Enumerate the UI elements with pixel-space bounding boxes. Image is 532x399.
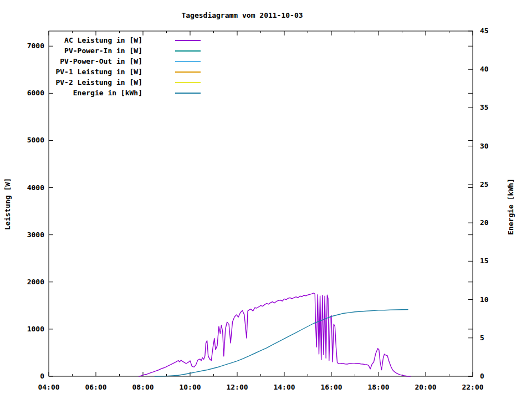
y-right-axis-label: Energie [kWh] — [507, 162, 515, 251]
y-left-tick-label: 7000 — [27, 42, 44, 50]
y-left-tick-label: 6000 — [27, 89, 44, 97]
y-right-tick-label: 15 — [480, 257, 489, 265]
x-tick-label: 22:00 — [462, 383, 483, 391]
y-left-tick-label: 5000 — [27, 136, 44, 144]
x-tick-label: 12:00 — [226, 383, 248, 391]
y-right-tick-label: 25 — [480, 180, 489, 188]
legend-label: Energie in [kWh] — [73, 89, 142, 97]
y-right-tick-label: 10 — [480, 295, 489, 304]
x-tick-label: 08:00 — [132, 383, 154, 391]
y-right-tick-label: 0 — [480, 372, 484, 380]
y-left-tick-label: 1000 — [27, 325, 44, 333]
y-right-tick-label: 20 — [480, 218, 489, 227]
legend-label: AC Leistung in [W] — [64, 36, 142, 44]
x-tick-label: 14:00 — [273, 383, 295, 391]
chart: Tagesdiagramm vom 2011-10-03 Leistung [W… — [0, 0, 532, 399]
x-tick-label: 20:00 — [415, 383, 436, 391]
y-left-axis-label: Leistung [W] — [3, 160, 12, 248]
y-right-tick-label: 30 — [480, 142, 489, 150]
series-line — [139, 293, 411, 376]
chart-title: Tagesdiagramm vom 2011-10-03 — [0, 11, 484, 19]
y-left-tick-label: 4000 — [27, 183, 44, 192]
legend-label: PV-2 Leistung in [W] — [55, 78, 142, 86]
y-right-tick-label: 5 — [480, 334, 484, 342]
x-tick-label: 16:00 — [320, 383, 342, 391]
legend-label: PV-Power-Out in [W] — [60, 57, 142, 65]
plot-svg: 04:0006:0008:0010:0012:0014:0016:0018:00… — [0, 0, 532, 399]
y-right-tick-label: 35 — [480, 103, 489, 111]
y-right-tick-label: 45 — [480, 27, 489, 35]
legend-label: PV-Power-In in [W] — [64, 47, 142, 55]
legend-label: PV-1 Leistung in [W] — [55, 68, 142, 76]
x-tick-label: 18:00 — [367, 383, 389, 391]
x-tick-label: 10:00 — [179, 383, 201, 391]
y-left-tick-label: 0 — [40, 372, 44, 380]
y-left-tick-label: 3000 — [27, 231, 44, 239]
x-tick-label: 06:00 — [85, 383, 106, 391]
x-tick-label: 04:00 — [38, 383, 59, 391]
y-left-tick-label: 2000 — [27, 278, 44, 286]
y-right-tick-label: 40 — [480, 65, 489, 73]
